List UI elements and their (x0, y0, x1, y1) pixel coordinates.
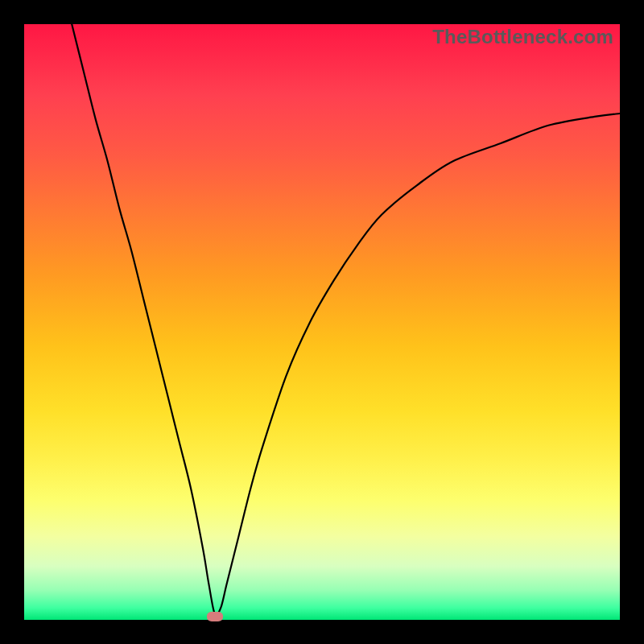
bottleneck-curve (24, 24, 620, 620)
plot-area: TheBottleneck.com (24, 24, 620, 620)
chart-frame: TheBottleneck.com (0, 0, 644, 644)
optimal-point-marker (207, 612, 223, 621)
